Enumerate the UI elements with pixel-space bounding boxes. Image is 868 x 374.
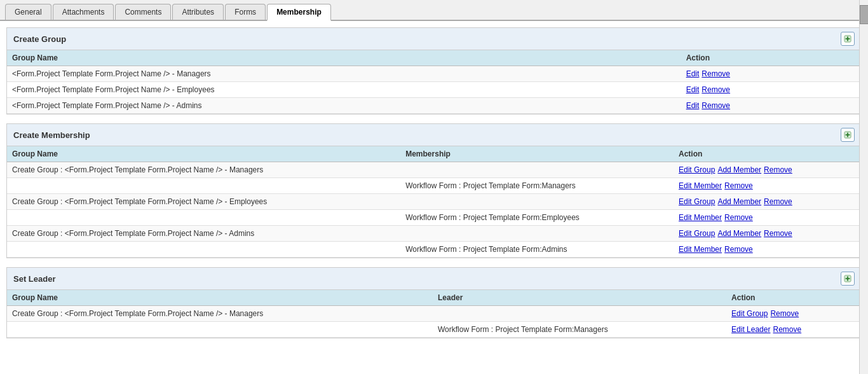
table-row: <Form.Project Template Form.Project Name… bbox=[7, 98, 861, 114]
col-action: Action bbox=[681, 50, 861, 66]
edit-group-link[interactable]: Edit Group bbox=[679, 197, 715, 206]
remove-link[interactable]: Remove bbox=[770, 309, 799, 318]
col-action: Action bbox=[726, 290, 861, 306]
group-name-cell: <Form.Project Template Form.Project Name… bbox=[7, 66, 681, 82]
group-name-cell bbox=[7, 178, 400, 194]
add-icon bbox=[844, 274, 851, 283]
action-cell: Edit LeaderRemove bbox=[726, 322, 861, 338]
create-membership-section: Create Membership Group Name Membership … bbox=[6, 123, 862, 258]
scrollbar-thumb[interactable] bbox=[860, 5, 868, 24]
leader-cell bbox=[433, 306, 726, 322]
edit-member-link[interactable]: Edit Member bbox=[679, 181, 722, 190]
create-membership-title: Create Membership bbox=[13, 130, 90, 140]
edit-leader-link[interactable]: Edit Leader bbox=[731, 325, 770, 334]
create-membership-header-row: Group Name Membership Action bbox=[7, 146, 861, 162]
edit-group-link[interactable]: Edit Group bbox=[679, 229, 715, 238]
group-name-cell: Create Group : <Form.Project Template Fo… bbox=[7, 194, 400, 210]
tab-comments[interactable]: Comments bbox=[115, 4, 171, 20]
create-membership-add-button[interactable] bbox=[841, 128, 855, 142]
remove-link[interactable]: Remove bbox=[764, 229, 792, 238]
group-name-cell: Create Group : <Form.Project Template Fo… bbox=[7, 306, 433, 322]
group-name-cell: <Form.Project Template Form.Project Name… bbox=[7, 98, 681, 114]
set-leader-add-button[interactable] bbox=[841, 272, 855, 286]
action-cell: Edit MemberRemove bbox=[674, 242, 861, 258]
table-row: Workflow Form : Project Template Form:Em… bbox=[7, 210, 861, 226]
remove-link[interactable]: Remove bbox=[764, 165, 792, 174]
remove-link[interactable]: Remove bbox=[724, 181, 753, 190]
tab-attributes[interactable]: Attributes bbox=[172, 4, 224, 20]
action-cell: EditRemove bbox=[681, 82, 861, 98]
col-membership: Membership bbox=[400, 146, 674, 162]
scrollbar[interactable] bbox=[859, 0, 868, 354]
col-leader: Leader bbox=[433, 290, 726, 306]
group-name-cell: <Form.Project Template Form.Project Name… bbox=[7, 82, 681, 98]
remove-link[interactable]: Remove bbox=[702, 69, 730, 78]
action-cell: Edit GroupAdd MemberRemove bbox=[674, 226, 861, 242]
content-area: Create Group Group Name Action <Form.Pro… bbox=[0, 21, 868, 354]
remove-link[interactable]: Remove bbox=[702, 101, 730, 110]
tab-membership[interactable]: Membership bbox=[267, 4, 331, 21]
create-group-table: Group Name Action <Form.Project Template… bbox=[7, 50, 861, 114]
membership-cell: Workflow Form : Project Template Form:Ma… bbox=[400, 178, 674, 194]
set-leader-header: Set Leader bbox=[7, 268, 861, 290]
membership-cell: Workflow Form : Project Template Form:Em… bbox=[400, 210, 674, 226]
membership-cell: Workflow Form : Project Template Form:Ad… bbox=[400, 242, 674, 258]
action-cell: Edit GroupAdd MemberRemove bbox=[674, 194, 861, 210]
tabs-bar: GeneralAttachmentsCommentsAttributesForm… bbox=[0, 0, 868, 21]
add-member-link[interactable]: Add Member bbox=[717, 197, 761, 206]
set-leader-table: Group Name Leader Action Create Group : … bbox=[7, 290, 861, 338]
table-row: Workflow Form : Project Template Form:Ma… bbox=[7, 178, 861, 194]
create-group-header-row: Group Name Action bbox=[7, 50, 861, 66]
edit-member-link[interactable]: Edit Member bbox=[679, 245, 722, 254]
group-name-cell bbox=[7, 210, 400, 226]
tab-forms[interactable]: Forms bbox=[225, 4, 266, 20]
create-group-title: Create Group bbox=[13, 34, 66, 44]
tab-general[interactable]: General bbox=[5, 4, 51, 20]
set-leader-title: Set Leader bbox=[13, 274, 55, 284]
group-name-cell: Create Group : <Form.Project Template Fo… bbox=[7, 226, 400, 242]
create-group-header: Create Group bbox=[7, 28, 861, 50]
edit-member-link[interactable]: Edit Member bbox=[679, 213, 722, 222]
add-icon bbox=[844, 130, 851, 139]
add-member-link[interactable]: Add Member bbox=[717, 229, 761, 238]
edit-link[interactable]: Edit bbox=[686, 69, 700, 78]
action-cell: EditRemove bbox=[681, 98, 861, 114]
membership-cell bbox=[400, 162, 674, 178]
table-row: Create Group : <Form.Project Template Fo… bbox=[7, 162, 861, 178]
remove-link[interactable]: Remove bbox=[724, 213, 753, 222]
table-row: <Form.Project Template Form.Project Name… bbox=[7, 82, 861, 98]
create-group-section: Create Group Group Name Action <Form.Pro… bbox=[6, 27, 862, 114]
edit-group-link[interactable]: Edit Group bbox=[679, 165, 715, 174]
tab-attachments[interactable]: Attachments bbox=[53, 4, 114, 20]
table-row: Create Group : <Form.Project Template Fo… bbox=[7, 194, 861, 210]
group-name-cell bbox=[7, 322, 433, 338]
add-icon bbox=[844, 34, 851, 43]
group-name-cell bbox=[7, 242, 400, 258]
leader-cell: Workflow Form : Project Template Form:Ma… bbox=[433, 322, 726, 338]
action-cell: Edit MemberRemove bbox=[674, 178, 861, 194]
remove-link[interactable]: Remove bbox=[764, 197, 792, 206]
set-leader-header-row: Group Name Leader Action bbox=[7, 290, 861, 306]
table-row: Create Group : <Form.Project Template Fo… bbox=[7, 226, 861, 242]
table-row: Workflow Form : Project Template Form:Ma… bbox=[7, 322, 861, 338]
add-member-link[interactable]: Add Member bbox=[717, 165, 761, 174]
edit-link[interactable]: Edit bbox=[686, 101, 700, 110]
edit-link[interactable]: Edit bbox=[686, 85, 700, 94]
col-group-name: Group Name bbox=[7, 50, 681, 66]
remove-link[interactable]: Remove bbox=[724, 245, 753, 254]
table-row: Workflow Form : Project Template Form:Ad… bbox=[7, 242, 861, 258]
create-group-add-button[interactable] bbox=[841, 32, 855, 46]
col-action: Action bbox=[674, 146, 861, 162]
action-cell: Edit GroupRemove bbox=[726, 306, 861, 322]
edit-group-link[interactable]: Edit Group bbox=[731, 309, 768, 318]
table-row: <Form.Project Template Form.Project Name… bbox=[7, 66, 861, 82]
set-leader-section: Set Leader Group Name Leader Action Crea… bbox=[6, 267, 862, 338]
remove-link[interactable]: Remove bbox=[702, 85, 730, 94]
create-membership-header: Create Membership bbox=[7, 124, 861, 146]
table-row: Create Group : <Form.Project Template Fo… bbox=[7, 306, 861, 322]
membership-cell bbox=[400, 226, 674, 242]
col-group-name: Group Name bbox=[7, 290, 433, 306]
membership-cell bbox=[400, 194, 674, 210]
action-cell: Edit GroupAdd MemberRemove bbox=[674, 162, 861, 178]
remove-link[interactable]: Remove bbox=[773, 325, 801, 334]
